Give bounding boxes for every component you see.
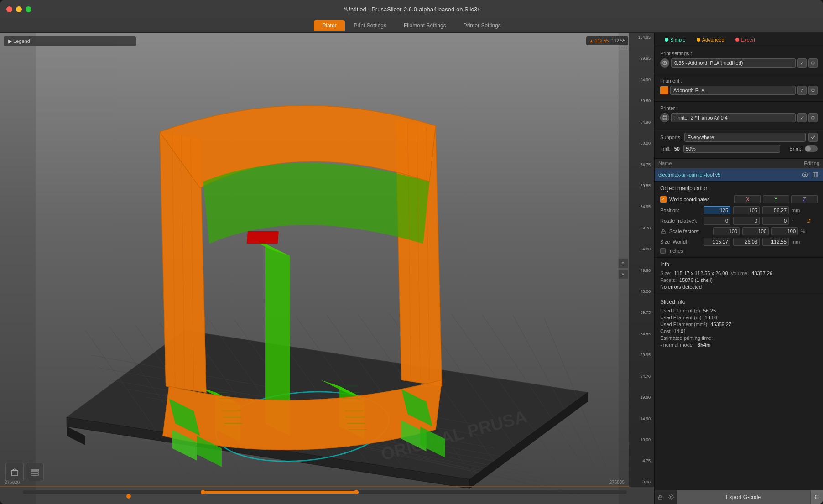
print-time-label: Estimated printing time: — [660, 335, 713, 341]
rotate-z-input[interactable] — [762, 217, 789, 225]
minimize-button[interactable] — [16, 6, 22, 12]
rotate-x-input[interactable] — [704, 217, 730, 225]
volume-value: 48357.26 — [751, 270, 772, 276]
world-coords-label: World coordinates — [669, 197, 709, 202]
mode-expert-button[interactable]: Expert — [731, 36, 760, 44]
legend-bar[interactable]: ▶ Legend — [4, 36, 136, 46]
scale-max: ▲ 112.55 — [589, 38, 609, 43]
app-window: *Untitled - PrusaSlicer-2.6.0-alpha4 bas… — [0, 0, 823, 504]
size-x-input[interactable] — [704, 238, 730, 246]
3d-view-button[interactable] — [5, 463, 24, 481]
right-panel: Simple Advanced Expert Print settings : — [654, 33, 823, 504]
scroll-left-handle[interactable] — [201, 490, 205, 494]
filament-color-swatch[interactable] — [660, 86, 668, 94]
rotate-label: Rotate (relative): — [660, 218, 701, 223]
printer-preset-select-wrapper: Printer 2 * Haribo @ 0.4 — [671, 113, 796, 122]
window-title: *Untitled - PrusaSlicer-2.6.0-alpha4 bas… — [344, 6, 479, 13]
position-z-input[interactable] — [762, 206, 789, 214]
mode-buttons: Simple Advanced Expert — [655, 33, 823, 47]
scrollbar-thumb[interactable] — [204, 491, 355, 494]
horizontal-scrollbar[interactable] — [23, 490, 627, 494]
infill-select[interactable]: 50% — [683, 145, 780, 153]
brim-label: Brim: — [789, 146, 801, 151]
scroll-right-handle[interactable] — [354, 490, 359, 494]
errors-value: No errors detected — [660, 284, 702, 290]
size-info-value: 115.17 x 112.55 x 26.00 — [674, 270, 728, 276]
svg-rect-75 — [31, 472, 38, 473]
size-label: Size [World]: — [660, 239, 701, 244]
filament-preset-row: Addnorth PLA ✓ ⚙ — [660, 86, 818, 95]
close-button[interactable] — [6, 6, 12, 12]
facets-value: 15876 (1 shell) — [679, 277, 713, 283]
printer-preset-gear[interactable]: ⚙ — [808, 113, 818, 122]
supports-select[interactable]: Everywhere — [684, 133, 806, 142]
mode-simple-button[interactable]: Simple — [660, 36, 690, 44]
scroll-down-arrow[interactable]: « — [618, 269, 628, 279]
scale-x-input[interactable] — [713, 227, 740, 235]
tab-printer-settings[interactable]: Printer Settings — [455, 20, 509, 31]
position-y-input[interactable] — [733, 206, 760, 214]
table-row[interactable]: electrolux-air-purifier-tool v5 — [655, 168, 823, 182]
supports-infill-section: Supports: Everywhere Infill: 50 50% — [655, 129, 823, 159]
object-visibility-icon[interactable] — [801, 171, 809, 179]
svg-point-78 — [664, 62, 666, 64]
volume-label: Volume: — [731, 270, 749, 276]
tab-plater[interactable]: Plater — [314, 20, 344, 31]
scale-z-input[interactable] — [771, 227, 798, 235]
size-z-input[interactable] — [762, 238, 789, 246]
export-gcode-button[interactable]: Export G-code — [677, 490, 810, 504]
cost-label: Cost — [660, 328, 671, 334]
printer-preset-select[interactable]: Printer 2 * Haribo @ 0.4 — [671, 113, 796, 122]
3d-viewport[interactable]: ▶ Legend — [0, 33, 654, 504]
ruler-mark: 29.95 — [631, 353, 652, 357]
inches-row: Inches — [660, 248, 818, 254]
3d-scene[interactable]: ORIGINAL PRUSA — [0, 33, 654, 504]
filament-mm3-label: Used Filament (mm³) — [660, 322, 707, 327]
filament-g-line: Used Filament (g) 56.25 — [660, 308, 818, 313]
simple-dot — [665, 38, 668, 42]
size-y-input[interactable] — [733, 238, 760, 246]
export-g-button[interactable]: G — [810, 490, 823, 504]
scale-row: Scale factors: % — [660, 227, 818, 235]
supports-check[interactable] — [808, 133, 818, 142]
fullscreen-button[interactable] — [26, 6, 31, 12]
sliced-info-section: Sliced info Used Filament (g) 56.25 Used… — [655, 295, 823, 353]
inches-checkbox[interactable] — [660, 248, 666, 254]
brim-toggle[interactable] — [805, 145, 818, 152]
rotate-y-input[interactable] — [733, 217, 760, 225]
mode-advanced-button[interactable]: Advanced — [692, 36, 729, 44]
lock-icon[interactable] — [660, 228, 667, 234]
position-x-input[interactable] — [704, 206, 730, 214]
ruler-mark: 39.75 — [631, 310, 652, 315]
reset-rotation-button[interactable]: ↺ — [804, 217, 813, 225]
printer-label: Printer : — [660, 105, 818, 111]
scale-y-input[interactable] — [742, 227, 769, 235]
advanced-dot — [697, 38, 700, 42]
filament-g-label: Used Filament (g) — [660, 308, 700, 313]
inches-label: Inches — [668, 248, 683, 254]
filament-m-label: Used Filament (m) — [660, 315, 701, 320]
scroll-up-arrow[interactable]: » — [618, 258, 628, 268]
lock-export-icon[interactable] — [655, 490, 666, 504]
printer-preset-check[interactable]: ✓ — [797, 113, 807, 122]
size-info-label: Size: — [660, 270, 671, 276]
layers-view-button[interactable] — [26, 463, 44, 481]
print-preset-check[interactable]: ✓ — [797, 58, 807, 68]
filament-mm3-value: 45359.27 — [710, 322, 731, 327]
print-settings-icon — [660, 58, 669, 68]
object-edit-icon[interactable] — [811, 171, 819, 179]
filament-preset-select[interactable]: Addnorth PLA — [670, 86, 796, 95]
tab-filament-settings[interactable]: Filament Settings — [396, 20, 454, 31]
position-row: Position: mm — [660, 206, 818, 214]
print-preset-select[interactable]: 0.35 - Addnorth PLA (modified) — [671, 58, 796, 68]
filament-preset-check[interactable]: ✓ — [797, 86, 807, 95]
world-coords-checkbox[interactable]: ✓ — [660, 196, 667, 203]
print-preset-gear[interactable]: ⚙ — [808, 58, 818, 68]
ruler-mark: 45.00 — [631, 289, 652, 294]
filament-preset-gear[interactable]: ⚙ — [808, 86, 818, 95]
main-content: ▶ Legend — [0, 33, 823, 504]
tab-print-settings[interactable]: Print Settings — [346, 20, 395, 31]
print-settings-label: Print settings : — [660, 51, 818, 56]
settings-export-icon[interactable] — [666, 490, 677, 504]
sliced-info-title: Sliced info — [660, 299, 818, 305]
